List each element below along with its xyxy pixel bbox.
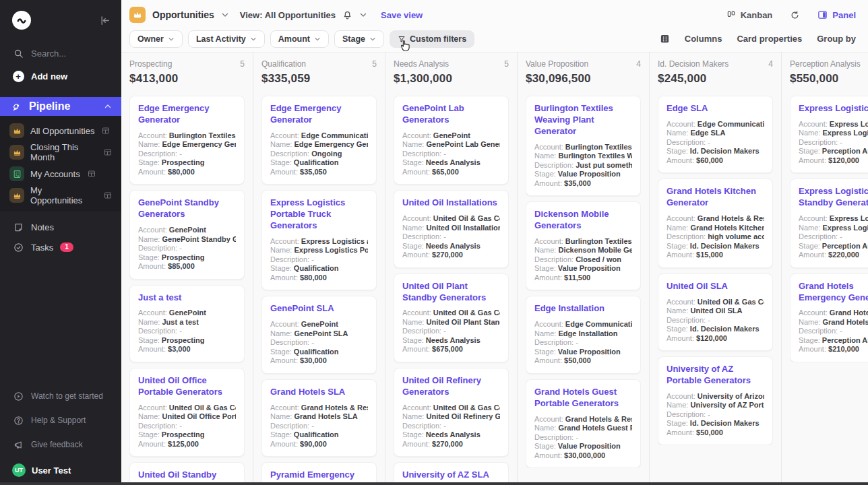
card-title-link[interactable]: GenePoint Standby Generators [138,197,236,220]
current-view-label[interactable]: View: All Opportunities [240,10,336,20]
card-title-link[interactable]: University of AZ SLA [402,470,500,481]
watch-to-get-started-button[interactable]: Watch to get started [0,384,121,408]
user-menu[interactable]: UT User Test [0,457,121,484]
column-count: 4 [768,59,773,69]
opportunity-card[interactable]: Express Logistics Standby GeneratorAccou… [790,179,868,267]
card-title-link[interactable]: Edge Emergency Generator [270,103,368,126]
card-title-link[interactable]: United Oil Plant Standby Generators [402,281,500,304]
card-title-link[interactable]: Dickenson Mobile Generators [534,209,632,232]
opportunity-card[interactable]: Edge Emergency GeneratorAccount: Burling… [129,96,245,185]
card-title-link[interactable]: Grand Hotels Emergency Generators [799,281,868,304]
opportunity-card[interactable]: Express Logistics Portable Truck Generat… [261,190,377,290]
card-title-link[interactable]: Edge Emergency Generator [138,103,236,126]
card-title-link[interactable]: GenePoint SLA [270,303,368,315]
add-new-button[interactable]: + Add new [0,66,121,86]
opportunity-card[interactable]: Express Logistics SLAAccount: Express Lo… [790,96,868,173]
bell-icon[interactable] [342,10,352,20]
opportunity-card[interactable]: United Oil Refinery GeneratorsAccount: U… [394,368,509,457]
sidebar-item-closing-this-month[interactable]: Closing This Month [0,141,121,163]
card-title-link[interactable]: Grand Hotels Guest Portable Generators [534,387,632,410]
opportunity-card[interactable]: Burlington Textiles Weaving Plant Genera… [526,96,641,196]
card-title-link[interactable]: GenePoint Lab Generators [402,103,500,126]
opportunity-card[interactable]: Edge InstallationAccount: Edge Communica… [526,296,641,373]
table-view-icon [88,170,96,178]
opportunity-card[interactable]: United Oil InstallationsAccount: United … [394,190,509,267]
card-title-link[interactable]: Edge Installation [534,303,632,315]
card-field-account: Account: Grand Hotels & Resorts L... [666,214,764,224]
opportunity-card[interactable]: Grand Hotels Guest Portable GeneratorsAc… [526,379,641,468]
board-settings-icon[interactable] [660,34,670,44]
card-title-link[interactable]: Express Logistics Portable Truck Generat… [270,197,368,232]
filter-chip-stage[interactable]: Stage [334,30,384,48]
opportunity-card[interactable]: GenePoint Standby GeneratorsAccount: Gen… [129,190,245,279]
opportunity-card[interactable]: GenePoint Lab GeneratorsAccount: GenePoi… [394,96,509,185]
field-label: Amount: [270,356,300,364]
opportunity-card[interactable]: GenePoint SLAAccount: GenePointName: Gen… [261,296,377,373]
sidebar-item-tasks[interactable]: Tasks 1 [0,237,121,257]
card-title-link[interactable]: Express Logistics SLA [799,103,868,115]
field-label: Amount: [402,168,432,176]
opportunity-card[interactable]: Edge Emergency GeneratorAccount: Edge Co… [261,96,377,185]
opportunity-card[interactable]: Dickenson Mobile GeneratorsAccount: Burl… [526,201,641,290]
sidebar-item-my-opportunities[interactable]: My Opportunities [0,185,121,206]
pipeline-views-panel: All Opportunities Closing This Month My … [0,116,121,212]
view-type-kanban-button[interactable]: Kanban [726,10,773,20]
field-label: Description: [534,433,576,441]
sidebar-item-pipeline[interactable]: Pipeline [0,97,121,116]
refresh-button[interactable] [790,10,800,20]
card-field-account: Account: Burlington Textiles Corp ... [534,237,632,247]
opportunity-card[interactable]: University of AZ SLAAccount: University … [394,462,509,485]
card-properties-button[interactable]: Card properties [737,34,802,44]
card-title-link[interactable]: Edge SLA [666,103,764,115]
opportunity-card[interactable]: United Oil Standby GeneratorsAccount: Un… [129,462,245,485]
chevron-down-icon[interactable] [359,11,367,19]
filter-chip-amount[interactable]: Amount [270,30,329,48]
opportunity-card[interactable]: United Oil SLAAccount: United Oil & Gas … [658,273,773,351]
field-value: Id. Decision Makers [690,242,760,250]
sidebar-item-my-accounts[interactable]: My Accounts [0,163,121,185]
filter-chip-last-activity[interactable]: Last Activity [188,30,265,48]
help-support-button[interactable]: Help & Support [0,408,121,432]
columns-button[interactable]: Columns [685,34,722,44]
field-label: Stage: [666,325,690,333]
group-by-button[interactable]: Group by [817,34,856,44]
save-view-button[interactable]: Save view [381,10,423,20]
field-value: - [576,433,578,441]
field-label: Amount: [534,273,564,282]
card-title-link[interactable]: Express Logistics Standby Generator [799,186,868,209]
card-title-link[interactable]: Just a test [138,292,236,304]
field-label: Description: [799,232,840,240]
give-feedback-button[interactable]: Give feedback [0,432,121,457]
card-title-link[interactable]: United Oil Installations [402,197,500,209]
card-title-link[interactable]: Grand Hotels SLA [270,387,368,398]
opportunity-card[interactable]: Edge SLAAccount: Edge CommunicationsName… [658,96,773,173]
sidebar-item-label: All Opportunities [30,126,94,136]
panel-toggle-button[interactable]: Panel [817,10,856,20]
chevron-down-icon[interactable] [221,11,229,19]
card-title-link[interactable]: Burlington Textiles Weaving Plant Genera… [534,103,632,137]
card-title-link[interactable]: United Oil Refinery Generators [402,375,500,398]
field-value: Just put something h... [576,161,632,169]
opportunity-card[interactable]: United Oil Plant Standby GeneratorsAccou… [394,273,509,362]
search-input[interactable]: Search... [0,43,121,63]
sidebar-item-notes[interactable]: Notes [0,217,121,237]
card-field-name: Name: Edge Installation [534,329,632,339]
opportunity-card[interactable]: Grand Hotels Emergency GeneratorsAccount… [790,273,868,362]
sidebar-item-all-opportunities[interactable]: All Opportunities [0,120,121,141]
card-title-link[interactable]: University of AZ Portable Generators [666,364,764,387]
custom-filters-button[interactable]: Custom filters [390,30,474,48]
collapse-sidebar-icon[interactable] [99,15,111,26]
filter-chip-owner[interactable]: Owner [129,30,183,48]
opportunity-card[interactable]: Grand Hotels SLAAccount: Grand Hotels & … [261,379,377,457]
card-title-link[interactable]: United Oil Office Portable Generators [138,375,236,398]
opportunity-card[interactable]: Just a testAccount: GenePointName: Just … [129,285,245,362]
opportunity-card[interactable]: Pyramid Emergency GeneratorsAccount: Pyr… [261,462,377,485]
opportunity-card[interactable]: University of AZ Portable GeneratorsAcco… [658,356,773,445]
card-title-link[interactable]: Grand Hotels Kitchen Generator [666,186,764,209]
opportunity-card[interactable]: Grand Hotels Kitchen GeneratorAccount: G… [658,179,773,267]
card-title-link[interactable]: United Oil SLA [666,281,764,292]
chevron-down-icon [314,36,321,42]
field-label: Name: [534,246,558,254]
opportunity-card[interactable]: United Oil Office Portable GeneratorsAcc… [129,368,245,457]
card-field-name: Name: Express Logistics Portable ... [270,246,368,255]
